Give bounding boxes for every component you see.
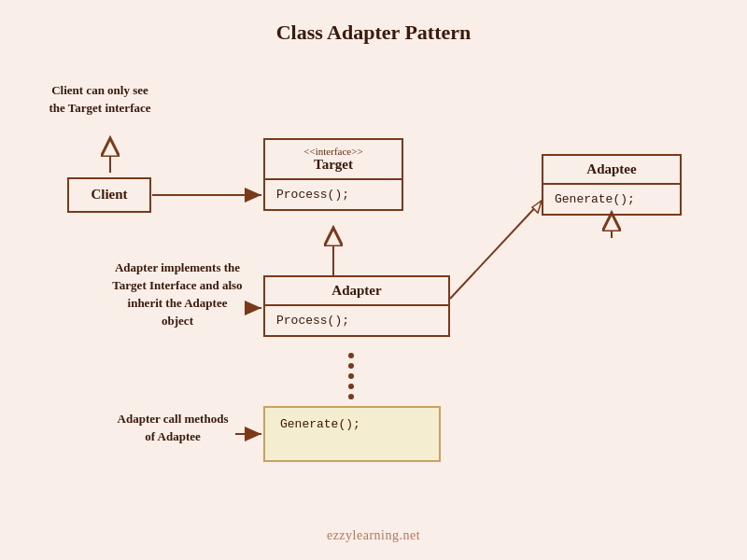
- generate-box: Generate();: [263, 406, 441, 462]
- adapter-box: Adapter Process();: [263, 275, 450, 337]
- target-stereotype: <<interface>>: [275, 146, 392, 157]
- adapter-annotation: Adapter implements the Target Interface …: [112, 259, 243, 329]
- adaptee-call-annotation: Adapter call methods of Adaptee: [112, 411, 233, 446]
- target-method: Process();: [276, 188, 349, 202]
- client-label: Client: [91, 187, 127, 202]
- svg-line-4: [450, 201, 542, 299]
- adaptee-classname: Adaptee: [553, 161, 670, 177]
- dot-2: [348, 363, 354, 369]
- svg-marker-5: [532, 201, 542, 213]
- dot-1: [348, 353, 354, 358]
- adaptee-body: Generate();: [543, 185, 680, 214]
- target-classname: Target: [275, 157, 392, 173]
- target-box: <<interface>> Target Process();: [263, 138, 403, 211]
- adapter-classname: Adapter: [275, 283, 439, 299]
- watermark: ezzylearning.net: [327, 528, 420, 543]
- page-title: Class Adapter Pattern: [0, 0, 747, 45]
- client-annotation: Client can only see the Target interface: [49, 82, 151, 118]
- adapter-method: Process();: [276, 314, 349, 328]
- generate-method: Generate();: [280, 417, 360, 431]
- dot-5: [348, 394, 354, 399]
- dot-3: [348, 373, 354, 379]
- dot-4: [348, 384, 354, 389]
- adaptee-box: Adaptee Generate();: [542, 154, 682, 216]
- adaptee-method: Generate();: [555, 192, 635, 206]
- adaptee-header: Adaptee: [543, 156, 680, 185]
- dots: [348, 353, 354, 399]
- target-header: <<interface>> Target: [265, 140, 402, 180]
- target-body: Process();: [265, 180, 402, 209]
- adapter-header: Adapter: [265, 277, 448, 306]
- client-box: Client: [67, 177, 151, 213]
- adapter-body: Process();: [265, 306, 448, 335]
